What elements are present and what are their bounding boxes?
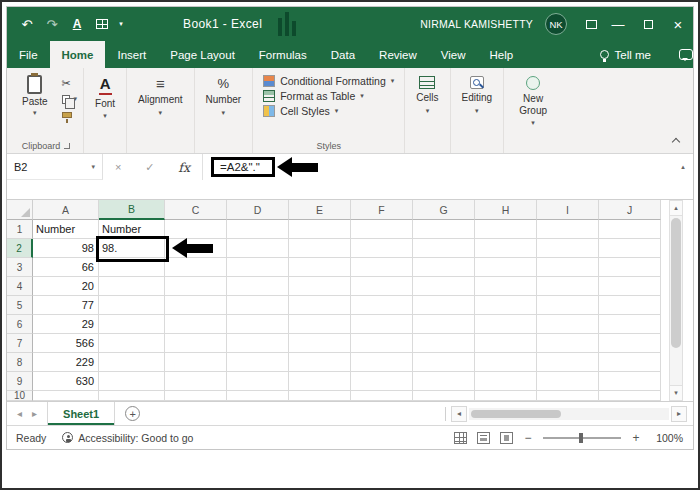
cell[interactable]: [537, 372, 599, 391]
cell[interactable]: [351, 353, 413, 372]
cell[interactable]: [165, 391, 227, 401]
tab-formulas[interactable]: Formulas: [247, 41, 319, 68]
tab-home[interactable]: Home: [50, 41, 106, 68]
cell[interactable]: [351, 315, 413, 334]
cell-A9[interactable]: 630: [33, 372, 99, 391]
cells-button[interactable]: Cells ▾: [411, 73, 443, 118]
cell[interactable]: [413, 353, 475, 372]
cell[interactable]: [165, 277, 227, 296]
cell[interactable]: [537, 277, 599, 296]
paste-button[interactable]: Paste ▾: [15, 73, 55, 121]
column-header-F[interactable]: F: [351, 200, 413, 220]
cell[interactable]: [537, 258, 599, 277]
cell[interactable]: [537, 315, 599, 334]
cell[interactable]: [165, 372, 227, 391]
cell[interactable]: [351, 391, 413, 401]
cell[interactable]: [289, 334, 351, 353]
tab-help[interactable]: Help: [478, 41, 526, 68]
tab-file[interactable]: File: [7, 41, 50, 68]
cell[interactable]: [165, 334, 227, 353]
cell[interactable]: [475, 277, 537, 296]
page-break-view-icon[interactable]: [500, 432, 513, 444]
scroll-right-icon[interactable]: ▸: [671, 406, 687, 422]
cell[interactable]: [289, 372, 351, 391]
insert-function-icon[interactable]: fx: [178, 160, 190, 175]
cell[interactable]: [289, 315, 351, 334]
cell[interactable]: [537, 353, 599, 372]
formula-bar-expand-icon[interactable]: ▴: [673, 163, 693, 171]
cell[interactable]: [413, 334, 475, 353]
select-all-corner[interactable]: [7, 200, 33, 220]
qat-customize-caret-icon[interactable]: ▾: [115, 12, 127, 36]
cell[interactable]: [413, 277, 475, 296]
cell[interactable]: [599, 258, 661, 277]
zoom-in-icon[interactable]: +: [631, 431, 641, 445]
cell[interactable]: [537, 239, 599, 258]
cell-styles-button[interactable]: Cell Styles ▾: [263, 105, 338, 117]
maximize-button[interactable]: [633, 7, 663, 41]
tab-view[interactable]: View: [429, 41, 478, 68]
redo-icon[interactable]: ↷: [40, 12, 64, 36]
cell-A8[interactable]: 229: [33, 353, 99, 372]
scroll-up-icon[interactable]: ▴: [670, 201, 682, 216]
cell-A10[interactable]: [33, 391, 99, 401]
cell[interactable]: [227, 391, 289, 401]
cell[interactable]: [227, 277, 289, 296]
cancel-icon[interactable]: ×: [115, 161, 121, 173]
row-header-10[interactable]: 10: [7, 391, 33, 401]
cell[interactable]: [475, 220, 537, 239]
user-name[interactable]: NIRMAL KAMISHETTY: [420, 18, 533, 30]
vertical-scroll-thumb[interactable]: [671, 218, 681, 348]
sheet-tab-sheet1[interactable]: Sheet1: [47, 402, 115, 425]
column-header-C[interactable]: C: [165, 200, 227, 220]
cell-A5[interactable]: 77: [33, 296, 99, 315]
cell[interactable]: [537, 296, 599, 315]
cell[interactable]: [289, 220, 351, 239]
avatar[interactable]: NK: [545, 13, 567, 35]
cell-B10[interactable]: [99, 391, 165, 401]
ribbon-display-options-icon[interactable]: [579, 12, 603, 36]
cell[interactable]: [289, 239, 351, 258]
horizontal-scroll-thumb[interactable]: [471, 410, 561, 418]
column-header-E[interactable]: E: [289, 200, 351, 220]
alignment-button[interactable]: ≡ Alignment ▾: [133, 73, 187, 120]
cell[interactable]: [413, 296, 475, 315]
enter-icon[interactable]: ✓: [145, 161, 154, 174]
cell[interactable]: [413, 391, 475, 401]
cell-A6[interactable]: 29: [33, 315, 99, 334]
underline-icon[interactable]: A: [65, 12, 89, 36]
cell[interactable]: [289, 391, 351, 401]
zoom-slider-thumb[interactable]: [579, 433, 583, 443]
undo-icon[interactable]: ↶: [15, 12, 39, 36]
cell[interactable]: [227, 315, 289, 334]
cell[interactable]: [475, 372, 537, 391]
cell[interactable]: [165, 353, 227, 372]
cell[interactable]: [227, 220, 289, 239]
cell-B4[interactable]: [99, 277, 165, 296]
comment-icon[interactable]: [679, 49, 693, 60]
tab-data[interactable]: Data: [319, 41, 367, 68]
cell[interactable]: [537, 391, 599, 401]
cell-A3[interactable]: 66: [33, 258, 99, 277]
cell[interactable]: [289, 277, 351, 296]
tab-page-layout[interactable]: Page Layout: [158, 41, 247, 68]
cell[interactable]: [599, 315, 661, 334]
cell[interactable]: [475, 391, 537, 401]
cell[interactable]: [599, 296, 661, 315]
add-sheet-button[interactable]: +: [125, 406, 140, 421]
cell[interactable]: [227, 372, 289, 391]
cell[interactable]: [475, 239, 537, 258]
format-as-table-button[interactable]: Format as Table ▾: [263, 90, 364, 102]
tab-insert[interactable]: Insert: [105, 41, 158, 68]
cell[interactable]: [413, 372, 475, 391]
row-header-3[interactable]: 3: [7, 258, 33, 277]
cell[interactable]: [351, 372, 413, 391]
cell[interactable]: [413, 258, 475, 277]
zoom-level[interactable]: 100%: [651, 432, 683, 444]
name-box[interactable]: B2 ▾: [7, 154, 103, 180]
cell-A7[interactable]: 566: [33, 334, 99, 353]
number-button[interactable]: % Number ▾: [201, 73, 247, 120]
row-header-1[interactable]: 1: [7, 220, 33, 239]
row-header-7[interactable]: 7: [7, 334, 33, 353]
font-button[interactable]: A Font ▾: [90, 73, 120, 123]
